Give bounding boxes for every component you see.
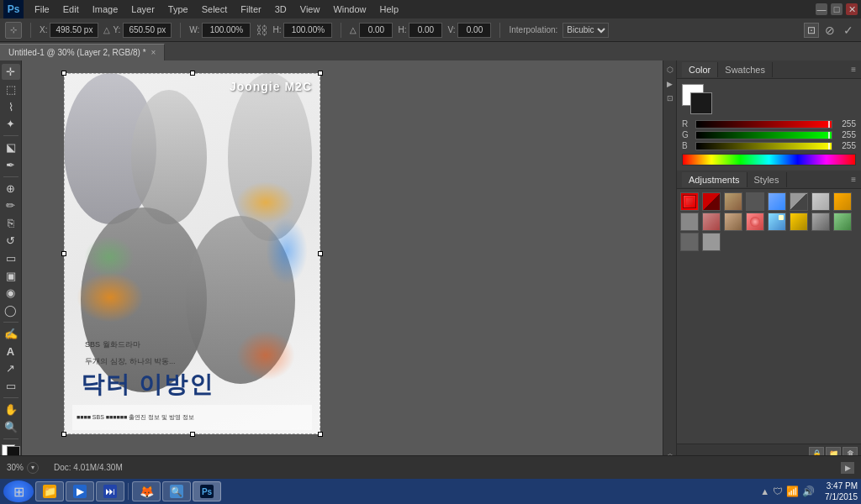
tray-volume[interactable]: 🔊 bbox=[802, 486, 815, 497]
warp-icon[interactable]: ⊡ bbox=[804, 23, 819, 38]
minimize-button[interactable]: — bbox=[816, 3, 827, 15]
fg-bg-swatches[interactable] bbox=[682, 84, 712, 114]
blur-tool[interactable]: ◉ bbox=[2, 285, 20, 301]
menu-type[interactable]: Type bbox=[162, 3, 194, 16]
interpolation-select[interactable]: Bicubic bbox=[563, 23, 609, 38]
menu-3d[interactable]: 3D bbox=[269, 3, 293, 16]
tray-antivirus[interactable]: 🛡 bbox=[773, 486, 783, 497]
transform-handle-tm[interactable] bbox=[190, 71, 195, 76]
shape-tool[interactable]: ▭ bbox=[2, 378, 20, 394]
heal-tool[interactable]: ⊕ bbox=[2, 181, 20, 197]
g-channel-slider[interactable] bbox=[695, 131, 832, 139]
style-item-11[interactable] bbox=[724, 213, 742, 231]
h-input[interactable] bbox=[283, 23, 332, 38]
type-tool[interactable]: A bbox=[2, 344, 20, 360]
zoom-menu-btn[interactable]: ▾ bbox=[27, 462, 39, 474]
menu-edit[interactable]: Edit bbox=[57, 3, 85, 16]
menu-window[interactable]: Window bbox=[327, 3, 372, 16]
taskbar-media1[interactable]: ▶ bbox=[66, 481, 94, 501]
tab-swatches[interactable]: Swatches bbox=[718, 62, 773, 77]
transform-handle-bl[interactable] bbox=[61, 432, 66, 437]
style-item-1[interactable] bbox=[680, 192, 699, 211]
zoom-tool[interactable]: 🔍 bbox=[2, 419, 20, 435]
marquee-tool[interactable]: ⬚ bbox=[2, 81, 20, 97]
clone-tool[interactable]: ⎘ bbox=[2, 215, 20, 231]
style-item-3[interactable] bbox=[724, 192, 742, 211]
dodge-tool[interactable]: ◯ bbox=[2, 302, 20, 318]
style-item-2[interactable] bbox=[702, 192, 721, 211]
tab-styles[interactable]: Styles bbox=[747, 172, 787, 187]
status-arrow-btn[interactable]: ▶ bbox=[841, 462, 854, 474]
taskbar-search[interactable]: 🔍 bbox=[162, 481, 191, 501]
style-item-9[interactable] bbox=[680, 213, 699, 231]
close-button[interactable]: ✕ bbox=[846, 3, 858, 15]
eraser-tool[interactable]: ▭ bbox=[2, 250, 20, 266]
transform-handle-tl[interactable] bbox=[61, 71, 66, 76]
tray-notification[interactable]: ▲ bbox=[760, 486, 769, 496]
transform-handle-mr[interactable] bbox=[318, 251, 323, 256]
brush-tool[interactable]: ✏ bbox=[2, 197, 20, 213]
cancel-transform-icon[interactable]: ⊘ bbox=[822, 23, 837, 38]
menu-select[interactable]: Select bbox=[196, 3, 234, 16]
tab-color[interactable]: Color bbox=[682, 62, 718, 77]
panel-icon-2[interactable]: ▶ bbox=[664, 78, 676, 90]
menu-file[interactable]: File bbox=[29, 3, 55, 16]
menu-view[interactable]: View bbox=[294, 3, 326, 16]
style-item-14[interactable] bbox=[790, 213, 808, 231]
menu-layer[interactable]: Layer bbox=[125, 3, 161, 16]
r-channel-slider[interactable] bbox=[695, 120, 832, 129]
gradient-tool[interactable]: ▣ bbox=[2, 268, 20, 284]
w-input[interactable] bbox=[202, 23, 251, 38]
style-item-5[interactable] bbox=[768, 192, 786, 211]
style-item-12[interactable] bbox=[746, 213, 764, 231]
style-item-15[interactable] bbox=[811, 213, 830, 231]
close-tab-button[interactable]: × bbox=[151, 48, 156, 57]
color-spectrum[interactable] bbox=[682, 154, 856, 165]
v-skew-input[interactable] bbox=[457, 23, 491, 38]
y-input[interactable] bbox=[123, 23, 172, 38]
style-item-18[interactable] bbox=[702, 233, 721, 251]
link-aspect-icon[interactable]: ⛓ bbox=[256, 24, 267, 37]
h-skew-input[interactable] bbox=[409, 23, 442, 38]
transform-handle-br[interactable] bbox=[318, 432, 323, 437]
history-brush[interactable]: ↺ bbox=[2, 233, 20, 249]
taskbar-media2[interactable]: ⏭ bbox=[96, 481, 124, 501]
style-item-7[interactable] bbox=[811, 192, 830, 211]
tab-adjustments[interactable]: Adjustments bbox=[682, 172, 747, 187]
transform-handle-tr[interactable] bbox=[318, 71, 323, 76]
x-input[interactable] bbox=[50, 23, 98, 38]
taskbar-firefox[interactable]: 🦊 bbox=[132, 481, 161, 501]
menu-help[interactable]: Help bbox=[374, 3, 405, 16]
tray-network[interactable]: 📶 bbox=[786, 486, 799, 497]
lasso-tool[interactable]: ⌇ bbox=[2, 99, 20, 115]
adj-panel-options[interactable]: ≡ bbox=[851, 175, 856, 184]
move-tool[interactable]: ✛ bbox=[2, 64, 20, 80]
style-item-10[interactable] bbox=[702, 213, 721, 231]
menu-image[interactable]: Image bbox=[87, 3, 124, 16]
path-select-tool[interactable]: ↗ bbox=[2, 361, 20, 377]
hand-tool[interactable]: ✋ bbox=[2, 402, 20, 417]
transform-handle-ml[interactable] bbox=[61, 251, 66, 256]
menu-filter[interactable]: Filter bbox=[235, 3, 267, 16]
background-swatch[interactable] bbox=[690, 92, 712, 114]
pen-tool[interactable]: ✍ bbox=[2, 326, 20, 342]
style-item-17[interactable] bbox=[680, 233, 699, 251]
transform-handle-bm[interactable] bbox=[190, 432, 195, 437]
style-item-16[interactable] bbox=[833, 213, 852, 231]
start-button[interactable]: ⊞ bbox=[3, 480, 34, 502]
maximize-button[interactable]: □ bbox=[831, 3, 843, 15]
eyedropper-tool[interactable]: ✒ bbox=[2, 157, 20, 173]
style-item-4[interactable] bbox=[746, 192, 764, 211]
b-channel-slider[interactable] bbox=[695, 142, 832, 150]
taskbar-explorer[interactable]: 📁 bbox=[35, 481, 64, 501]
taskbar-photoshop[interactable]: Ps bbox=[193, 481, 221, 501]
magic-wand-tool[interactable]: ✦ bbox=[2, 116, 20, 132]
document-tab[interactable]: Untitled-1 @ 30% (Layer 2, RGB/8) * × bbox=[0, 44, 165, 60]
panel-icon-3[interactable]: ⊡ bbox=[664, 92, 676, 104]
panel-icon-1[interactable]: ⬡ bbox=[664, 64, 676, 76]
style-item-8[interactable] bbox=[833, 192, 852, 211]
style-item-13[interactable] bbox=[768, 213, 786, 231]
color-panel-options[interactable]: ≡ bbox=[851, 65, 856, 74]
angle-input[interactable] bbox=[359, 23, 393, 38]
canvas-area[interactable]: ⬡ ▶ ⊡ ⬡ ⊞ Joongie M2C bbox=[22, 60, 676, 480]
